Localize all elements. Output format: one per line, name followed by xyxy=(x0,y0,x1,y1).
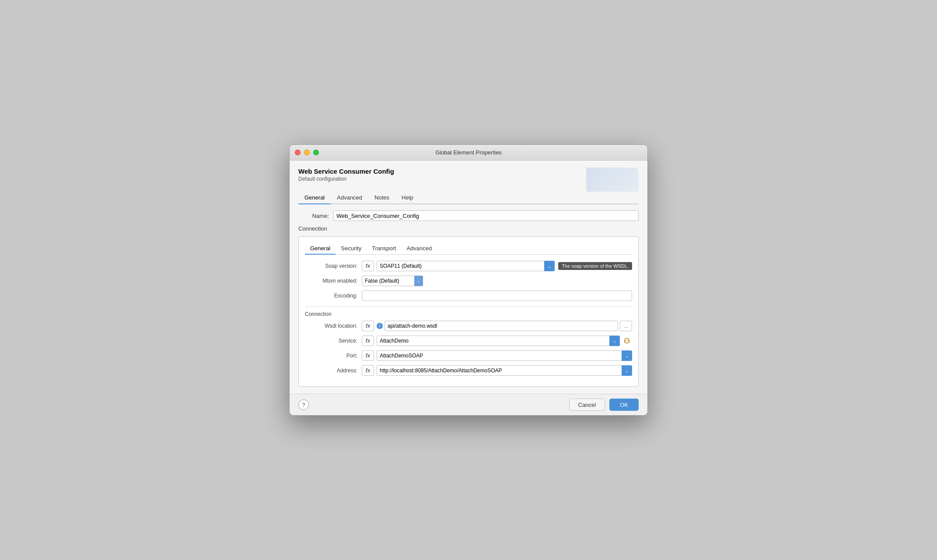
mtom-select[interactable]: False (Default) True xyxy=(362,276,423,286)
header-area: Web Service Consumer Config Default conf… xyxy=(298,168,639,192)
service-label: Service: xyxy=(305,338,357,344)
wsdl-location-row: Wsdl location: fx i ... xyxy=(305,321,632,331)
help-icon: ? xyxy=(302,402,305,408)
inner-tab-bar: General Security Transport Advanced xyxy=(305,243,632,255)
cancel-button[interactable]: Cancel xyxy=(569,399,605,411)
soap-version-label: Soap version: xyxy=(305,263,357,269)
address-select-wrapper: http://localhost:8085/AttachDemo/AttachD… xyxy=(377,365,632,376)
fx-icon-address: fx xyxy=(366,368,371,374)
soap-version-select[interactable]: SOAP11 (Default) SOAP12 xyxy=(377,261,555,271)
mtom-select-wrapper: False (Default) True ⌄ xyxy=(362,276,423,286)
wsdl-fx-btn[interactable]: fx xyxy=(362,321,374,331)
encoding-label: Encoding: xyxy=(305,293,357,299)
tab-general-outer[interactable]: General xyxy=(298,192,331,204)
soap-version-row: Soap version: fx SOAP11 (Default) SOAP12… xyxy=(305,261,632,271)
fx-icon-service: fx xyxy=(366,338,371,344)
tab-security-inner[interactable]: Security xyxy=(336,243,367,255)
tab-notes-outer[interactable]: Notes xyxy=(368,192,395,204)
name-label: Name: xyxy=(298,213,329,219)
service-refresh-button[interactable] xyxy=(622,336,632,346)
connection-panel: General Security Transport Advanced Soap… xyxy=(298,236,639,387)
name-field-row: Name: xyxy=(298,210,639,221)
mtom-enabled-row: Mtom enabled: False (Default) True ⌄ xyxy=(305,276,632,286)
connection-section-label: Connection xyxy=(298,225,639,232)
window-title: Global Element Properties xyxy=(435,149,502,156)
help-button[interactable]: ? xyxy=(298,399,309,410)
service-select[interactable]: AttachDemo xyxy=(377,336,620,346)
tab-help-outer[interactable]: Help xyxy=(395,192,420,204)
service-fx-btn[interactable]: fx xyxy=(362,336,374,346)
minimize-button[interactable] xyxy=(304,150,310,155)
name-input[interactable] xyxy=(333,210,639,221)
address-label: Address: xyxy=(305,368,357,374)
address-fx-btn[interactable]: fx xyxy=(362,365,374,376)
tab-advanced-inner[interactable]: Advanced xyxy=(401,243,437,255)
soap-version-select-wrapper: SOAP11 (Default) SOAP12 ⌄ xyxy=(377,261,555,271)
port-select[interactable]: AttachDemoSOAP xyxy=(377,350,632,361)
dialog-content: Web Service Consumer Config Default conf… xyxy=(290,161,647,394)
encoding-input[interactable] xyxy=(362,290,632,301)
bottom-bar: ? Cancel OK xyxy=(290,394,647,415)
wsdl-location-input[interactable] xyxy=(385,321,618,331)
dialog-window: Global Element Properties Web Service Co… xyxy=(289,144,648,416)
window-controls xyxy=(295,150,319,155)
titlebar: Global Element Properties xyxy=(290,145,647,161)
decoration-shape xyxy=(586,168,639,192)
tab-advanced-outer[interactable]: Advanced xyxy=(331,192,368,204)
maximize-button[interactable] xyxy=(313,150,319,155)
service-row: Service: fx AttachDemo ⌄ xyxy=(305,336,632,346)
outer-tab-bar: General Advanced Notes Help xyxy=(298,192,639,204)
wsdl-connection-section: Connection Wsdl location: fx i ... Servi xyxy=(305,306,632,376)
service-select-wrapper: AttachDemo ⌄ xyxy=(377,336,620,346)
fx-icon-wsdl: fx xyxy=(366,323,371,329)
mtom-label: Mtom enabled: xyxy=(305,278,357,284)
encoding-row: Encoding: xyxy=(305,290,632,301)
tab-general-inner[interactable]: General xyxy=(305,243,336,255)
fx-icon: fx xyxy=(366,263,371,269)
ok-button[interactable]: OK xyxy=(609,399,639,411)
action-buttons: Cancel OK xyxy=(569,399,639,411)
port-select-wrapper: AttachDemoSOAP ⌄ xyxy=(377,350,632,361)
wsdl-section-label: Connection xyxy=(305,311,632,317)
wsdl-input-area: i ... xyxy=(377,321,632,331)
soap-tooltip: The soap version of the WSDL. xyxy=(558,262,632,270)
address-select[interactable]: http://localhost:8085/AttachDemo/AttachD… xyxy=(377,365,632,376)
wsdl-label: Wsdl location: xyxy=(305,323,357,329)
fx-icon-port: fx xyxy=(366,353,371,359)
close-button[interactable] xyxy=(295,150,301,155)
port-fx-btn[interactable]: fx xyxy=(362,350,374,361)
port-label: Port: xyxy=(305,353,357,359)
address-row: Address: fx http://localhost:8085/Attach… xyxy=(305,365,632,376)
wsdl-browse-button[interactable]: ... xyxy=(620,321,632,331)
soap-version-fx-btn[interactable]: fx xyxy=(362,261,374,271)
port-row: Port: fx AttachDemoSOAP ⌄ xyxy=(305,350,632,361)
tab-transport-inner[interactable]: Transport xyxy=(367,243,401,255)
wsdl-info-icon: i xyxy=(377,323,383,329)
